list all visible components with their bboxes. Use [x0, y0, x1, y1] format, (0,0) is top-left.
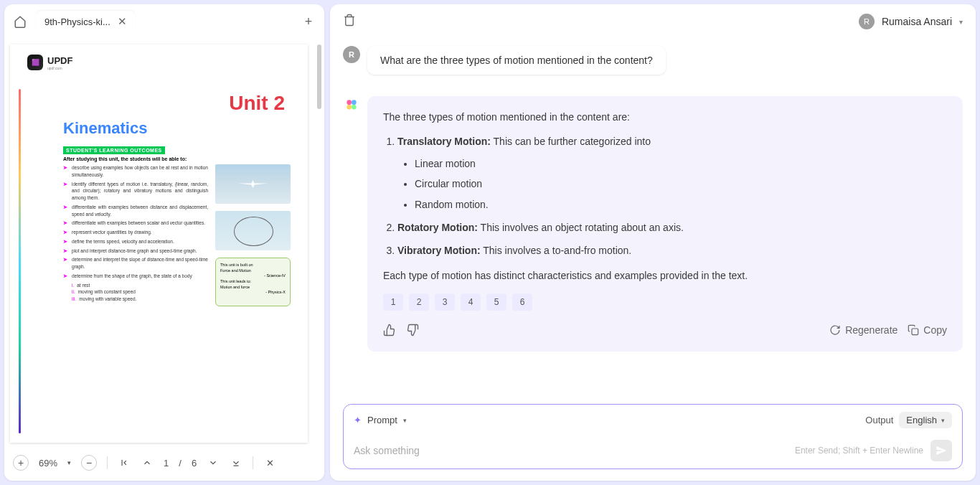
updf-logo-icon: 🟪 [27, 55, 43, 70]
svg-point-0 [347, 100, 352, 105]
objective-text: differentiate with examples between scal… [72, 220, 205, 227]
svg-point-2 [347, 105, 352, 110]
page-current: 1 [164, 458, 169, 468]
first-page-icon[interactable] [118, 458, 131, 468]
thumbs-up-icon[interactable] [383, 324, 396, 336]
tab-bar: 9th-Physics-ki... ✕ + [4, 4, 324, 39]
prompt-box: ✦ Prompt ▾ Output English ▾ Enter Send; … [343, 404, 963, 469]
reference-chips: 1 2 3 4 5 6 [383, 293, 947, 311]
close-toolbar-icon[interactable]: ✕ [263, 458, 276, 468]
chapter-title: Kinematics [63, 119, 291, 138]
sub-objective: moving with variable speed. [79, 296, 136, 303]
sub-objective: moving with constant speed [78, 288, 136, 296]
sub-list-item: Circular motion [415, 176, 947, 192]
language-selector[interactable]: English ▾ [899, 412, 952, 428]
user-bubble: What are the three types of motion menti… [367, 46, 666, 75]
ref-chip[interactable]: 2 [409, 293, 429, 311]
list-item: Vibratory Motion: This involves a to-and… [397, 242, 947, 258]
zoom-out-button[interactable]: − [81, 455, 97, 471]
ref-chip[interactable]: 5 [486, 293, 507, 311]
unit-title: Unit 2 [27, 92, 285, 115]
document-tab[interactable]: 9th-Physics-ki... ✕ [36, 11, 136, 32]
svg-point-3 [352, 105, 357, 110]
sub-list-item: Random motion. [415, 197, 947, 212]
pdf-viewport: 🟪 UPDF updf.com Unit 2 Kinematics STUDEN… [4, 39, 324, 445]
chevron-down-icon[interactable]: ▾ [403, 417, 407, 424]
avatar: R [859, 14, 875, 29]
ref-chip[interactable]: 3 [435, 293, 455, 311]
user-message: R What are the three types of motion men… [343, 46, 963, 75]
ai-avatar-icon [343, 96, 360, 113]
zoom-level: 69% [39, 458, 57, 468]
ai-message: The three types of motion mentioned in t… [343, 96, 963, 352]
prompt-label[interactable]: Prompt [367, 415, 397, 425]
output-label: Output [865, 415, 893, 425]
objective-text: determine and interpret the slope of dis… [72, 256, 208, 270]
ai-bubble: The three types of motion mentioned in t… [367, 96, 963, 352]
regenerate-button[interactable]: Regenerate [829, 322, 897, 338]
user-avatar: R [343, 46, 360, 63]
ai-outro: Each type of motion has distinct charact… [383, 268, 947, 283]
ref-chip[interactable]: 4 [461, 293, 481, 311]
chevron-down-icon: ▾ [959, 18, 963, 26]
trash-icon[interactable] [343, 14, 356, 29]
sub-objective: at rest [77, 282, 90, 289]
info-box: This unit is built on Force and Motion -… [215, 258, 291, 306]
objectives-intro: After studying this unit, the students w… [63, 156, 291, 161]
list-item: Translatory Motion: This can be further … [397, 133, 947, 212]
username: Rumaisa Ansari [882, 16, 952, 27]
objective-text: represent vector quantities by drawing. [72, 229, 152, 236]
ai-intro: The three types of motion mentioned in t… [383, 109, 947, 125]
ferris-wheel-image [215, 211, 291, 250]
ref-chip[interactable]: 1 [383, 293, 403, 311]
objective-text: determine from the shape of the graph, t… [72, 273, 192, 280]
close-icon[interactable]: ✕ [118, 15, 127, 28]
zoom-in-button[interactable]: + [13, 455, 29, 471]
outcomes-heading: STUDENT'S LEARNING OUTCOMES [63, 146, 165, 154]
last-page-icon[interactable] [230, 458, 242, 468]
svg-point-1 [352, 100, 357, 105]
next-page-icon[interactable] [207, 458, 220, 468]
scrollbar[interactable] [317, 44, 321, 109]
home-icon[interactable] [10, 11, 30, 32]
updf-text: UPDF [47, 55, 72, 66]
updf-subtext: updf.com [47, 66, 72, 70]
list-item: Rotatory Motion: This involves an object… [397, 220, 947, 235]
page-sep: / [179, 458, 182, 468]
chat-body: R What are the three types of motion men… [330, 39, 976, 395]
chat-header: R Rumaisa Ansari ▾ [330, 4, 976, 39]
objective-text: describe using examples how objects can … [72, 164, 208, 179]
airplane-image [215, 164, 291, 204]
updf-brand: 🟪 UPDF updf.com [27, 55, 291, 70]
objective-text: plot and interpret distance-time graph a… [72, 248, 197, 255]
objective-text: define the terms speed, velocity and acc… [72, 238, 174, 245]
copy-button[interactable]: Copy [908, 322, 947, 338]
pdf-panel: 9th-Physics-ki... ✕ + 🟪 UPDF updf.com Un… [4, 4, 324, 481]
prompt-input[interactable] [354, 445, 795, 456]
add-tab-button[interactable]: + [298, 11, 319, 32]
ai-actions: Regenerate Copy [383, 322, 947, 338]
input-hint: Enter Send; Shift + Enter Newline [795, 446, 923, 456]
sub-list-item: Linear motion [415, 156, 947, 171]
thumbs-down-icon[interactable] [406, 324, 419, 336]
tab-title: 9th-Physics-ki... [44, 17, 110, 27]
objective-text: differentiate with examples between dist… [72, 204, 208, 218]
input-area: ✦ Prompt ▾ Output English ▾ Enter Send; … [330, 395, 976, 481]
prompt-top: ✦ Prompt ▾ Output English ▾ [354, 412, 952, 435]
objectives-list: ➤describe using examples how objects can… [63, 164, 208, 306]
send-button[interactable] [930, 440, 952, 461]
sparkle-icon: ✦ [354, 415, 362, 425]
page-total: 6 [192, 458, 197, 468]
user-menu[interactable]: R Rumaisa Ansari ▾ [859, 14, 963, 29]
svg-rect-4 [912, 329, 918, 335]
pdf-toolbar: + 69% ▾ − 1 / 6 ✕ [4, 445, 324, 481]
ref-chip[interactable]: 6 [512, 293, 532, 311]
side-images: This unit is built on Force and Motion -… [215, 164, 291, 306]
objective-text: identify different types of motion i.e. … [72, 181, 208, 202]
chat-panel: R Rumaisa Ansari ▾ R What are the three … [330, 4, 976, 481]
prev-page-icon[interactable] [141, 458, 154, 468]
rainbow-accent [19, 89, 21, 433]
zoom-dropdown-caret[interactable]: ▾ [67, 459, 71, 466]
pdf-page: 🟪 UPDF updf.com Unit 2 Kinematics STUDEN… [10, 44, 308, 443]
